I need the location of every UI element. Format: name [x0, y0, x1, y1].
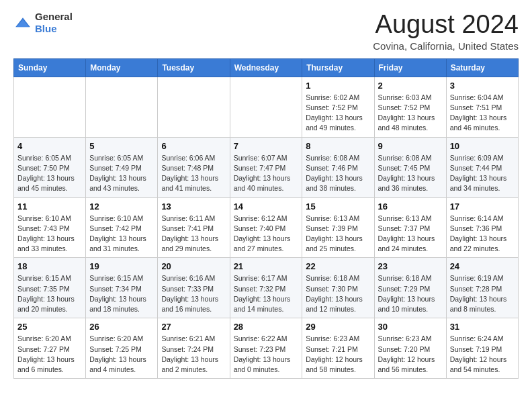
calendar-cell: 14Sunrise: 6:12 AM Sunset: 7:40 PM Dayli…: [230, 197, 302, 258]
day-number: 2: [378, 81, 443, 91]
header-saturday: Saturday: [446, 58, 518, 77]
day-number: 7: [234, 141, 299, 151]
day-number: 11: [17, 201, 82, 212]
day-number: 15: [306, 201, 370, 212]
day-info: Sunrise: 6:13 AM Sunset: 7:37 PM Dayligh…: [378, 214, 443, 255]
day-info: Sunrise: 6:05 AM Sunset: 7:49 PM Dayligh…: [89, 153, 154, 194]
day-info: Sunrise: 6:09 AM Sunset: 7:44 PM Dayligh…: [450, 153, 515, 194]
calendar-cell: 3Sunrise: 6:04 AM Sunset: 7:51 PM Daylig…: [446, 77, 518, 137]
day-info: Sunrise: 6:15 AM Sunset: 7:35 PM Dayligh…: [17, 273, 82, 314]
logo-icon: [13, 15, 32, 30]
day-number: 12: [89, 201, 154, 212]
day-info: Sunrise: 6:16 AM Sunset: 7:33 PM Dayligh…: [161, 273, 226, 314]
day-number: 13: [161, 201, 226, 212]
calendar-cell: 23Sunrise: 6:18 AM Sunset: 7:29 PM Dayli…: [374, 258, 446, 318]
day-number: 17: [450, 201, 515, 212]
calendar-cell: [14, 77, 86, 137]
day-number: 21: [234, 261, 299, 271]
day-number: 27: [161, 322, 226, 332]
calendar-cell: 2Sunrise: 6:03 AM Sunset: 7:52 PM Daylig…: [374, 77, 446, 137]
calendar-cell: 1Sunrise: 6:02 AM Sunset: 7:52 PM Daylig…: [302, 77, 374, 137]
calendar-week-1: 1Sunrise: 6:02 AM Sunset: 7:52 PM Daylig…: [14, 77, 519, 137]
day-info: Sunrise: 6:06 AM Sunset: 7:48 PM Dayligh…: [161, 153, 226, 194]
day-info: Sunrise: 6:11 AM Sunset: 7:41 PM Dayligh…: [161, 214, 226, 255]
day-number: 8: [306, 141, 370, 151]
header-friday: Friday: [374, 58, 446, 77]
calendar-cell: 12Sunrise: 6:10 AM Sunset: 7:42 PM Dayli…: [86, 197, 158, 258]
day-number: 29: [306, 322, 370, 332]
day-info: Sunrise: 6:19 AM Sunset: 7:28 PM Dayligh…: [450, 273, 515, 314]
logo-text: General Blue: [35, 11, 73, 35]
logo-blue: Blue: [35, 23, 57, 34]
day-number: 18: [17, 261, 82, 271]
day-number: 28: [234, 322, 299, 332]
calendar-cell: 28Sunrise: 6:22 AM Sunset: 7:23 PM Dayli…: [230, 318, 302, 379]
day-number: 9: [378, 141, 443, 151]
calendar-cell: 17Sunrise: 6:14 AM Sunset: 7:36 PM Dayli…: [446, 197, 518, 258]
day-info: Sunrise: 6:07 AM Sunset: 7:47 PM Dayligh…: [234, 153, 299, 194]
calendar-table: SundayMondayTuesdayWednesdayThursdayFrid…: [13, 58, 519, 379]
calendar-cell: 21Sunrise: 6:17 AM Sunset: 7:32 PM Dayli…: [230, 258, 302, 318]
day-number: 4: [17, 141, 82, 151]
day-info: Sunrise: 6:23 AM Sunset: 7:21 PM Dayligh…: [306, 334, 370, 375]
calendar-week-2: 4Sunrise: 6:05 AM Sunset: 7:50 PM Daylig…: [14, 137, 519, 197]
calendar-week-5: 25Sunrise: 6:20 AM Sunset: 7:27 PM Dayli…: [14, 318, 519, 379]
day-number: 16: [378, 201, 443, 212]
day-number: 19: [89, 261, 154, 271]
calendar-cell: 6Sunrise: 6:06 AM Sunset: 7:48 PM Daylig…: [158, 137, 230, 197]
logo-general: General: [35, 11, 73, 22]
day-info: Sunrise: 6:08 AM Sunset: 7:45 PM Dayligh…: [378, 153, 443, 194]
header-wednesday: Wednesday: [230, 58, 302, 77]
subtitle: Covina, California, United States: [373, 40, 519, 52]
header-monday: Monday: [86, 58, 158, 77]
calendar-cell: 7Sunrise: 6:07 AM Sunset: 7:47 PM Daylig…: [230, 137, 302, 197]
calendar-cell: 18Sunrise: 6:15 AM Sunset: 7:35 PM Dayli…: [14, 258, 86, 318]
day-info: Sunrise: 6:14 AM Sunset: 7:36 PM Dayligh…: [450, 214, 515, 255]
day-info: Sunrise: 6:22 AM Sunset: 7:23 PM Dayligh…: [234, 334, 299, 375]
calendar-cell: 8Sunrise: 6:08 AM Sunset: 7:46 PM Daylig…: [302, 137, 374, 197]
day-info: Sunrise: 6:03 AM Sunset: 7:52 PM Dayligh…: [378, 93, 443, 134]
calendar-cell: 25Sunrise: 6:20 AM Sunset: 7:27 PM Dayli…: [14, 318, 86, 379]
calendar-cell: 15Sunrise: 6:13 AM Sunset: 7:39 PM Dayli…: [302, 197, 374, 258]
calendar-cell: 27Sunrise: 6:21 AM Sunset: 7:24 PM Dayli…: [158, 318, 230, 379]
day-info: Sunrise: 6:18 AM Sunset: 7:30 PM Dayligh…: [306, 273, 370, 314]
calendar-week-4: 18Sunrise: 6:15 AM Sunset: 7:35 PM Dayli…: [14, 258, 519, 318]
header-sunday: Sunday: [14, 58, 86, 77]
day-info: Sunrise: 6:18 AM Sunset: 7:29 PM Dayligh…: [378, 273, 443, 314]
day-number: 14: [234, 201, 299, 212]
day-number: 22: [306, 261, 370, 271]
day-info: Sunrise: 6:20 AM Sunset: 7:27 PM Dayligh…: [17, 334, 82, 375]
day-number: 23: [378, 261, 443, 271]
page-header: General Blue August 2024 Covina, Califor…: [13, 11, 519, 52]
calendar-cell: 10Sunrise: 6:09 AM Sunset: 7:44 PM Dayli…: [446, 137, 518, 197]
day-number: 6: [161, 141, 226, 151]
day-info: Sunrise: 6:04 AM Sunset: 7:51 PM Dayligh…: [450, 93, 515, 134]
day-info: Sunrise: 6:21 AM Sunset: 7:24 PM Dayligh…: [161, 334, 226, 375]
day-number: 31: [450, 322, 515, 332]
header-tuesday: Tuesday: [158, 58, 230, 77]
calendar-cell: 4Sunrise: 6:05 AM Sunset: 7:50 PM Daylig…: [14, 137, 86, 197]
calendar-header-row: SundayMondayTuesdayWednesdayThursdayFrid…: [14, 58, 519, 77]
day-info: Sunrise: 6:17 AM Sunset: 7:32 PM Dayligh…: [234, 273, 299, 314]
day-info: Sunrise: 6:10 AM Sunset: 7:42 PM Dayligh…: [89, 214, 154, 255]
calendar-cell: 22Sunrise: 6:18 AM Sunset: 7:30 PM Dayli…: [302, 258, 374, 318]
calendar-cell: 26Sunrise: 6:20 AM Sunset: 7:25 PM Dayli…: [86, 318, 158, 379]
calendar-cell: 30Sunrise: 6:23 AM Sunset: 7:20 PM Dayli…: [374, 318, 446, 379]
calendar-cell: 20Sunrise: 6:16 AM Sunset: 7:33 PM Dayli…: [158, 258, 230, 318]
logo: General Blue: [13, 11, 73, 35]
day-info: Sunrise: 6:15 AM Sunset: 7:34 PM Dayligh…: [89, 273, 154, 314]
calendar-cell: [86, 77, 158, 137]
day-info: Sunrise: 6:08 AM Sunset: 7:46 PM Dayligh…: [306, 153, 370, 194]
calendar-cell: [158, 77, 230, 137]
day-info: Sunrise: 6:13 AM Sunset: 7:39 PM Dayligh…: [306, 214, 370, 255]
day-number: 26: [89, 322, 154, 332]
day-number: 20: [161, 261, 226, 271]
calendar-cell: 11Sunrise: 6:10 AM Sunset: 7:43 PM Dayli…: [14, 197, 86, 258]
calendar-cell: 13Sunrise: 6:11 AM Sunset: 7:41 PM Dayli…: [158, 197, 230, 258]
calendar-cell: 5Sunrise: 6:05 AM Sunset: 7:49 PM Daylig…: [86, 137, 158, 197]
day-info: Sunrise: 6:23 AM Sunset: 7:20 PM Dayligh…: [378, 334, 443, 375]
header-thursday: Thursday: [302, 58, 374, 77]
calendar-cell: [230, 77, 302, 137]
calendar-cell: 9Sunrise: 6:08 AM Sunset: 7:45 PM Daylig…: [374, 137, 446, 197]
main-title: August 2024: [373, 11, 519, 39]
